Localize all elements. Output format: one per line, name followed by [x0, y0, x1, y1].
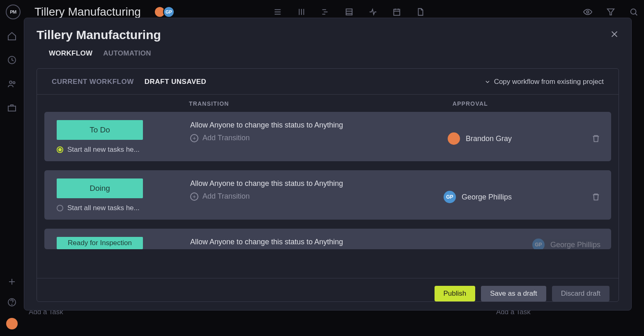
workflow-row: To Do Start all new tasks he... Allow An…: [44, 112, 611, 161]
home-icon[interactable]: [7, 31, 17, 41]
add-icon[interactable]: [7, 277, 17, 287]
svg-point-21: [9, 81, 12, 83]
add-transition-label: Add Transition: [202, 192, 250, 201]
add-transition-label: Add Transition: [202, 134, 250, 142]
workflow-panel: CURRENT WORKFLOW DRAFT UNSAVED Copy work…: [37, 68, 619, 302]
chevron-down-icon: [484, 79, 491, 85]
copy-workflow-link[interactable]: Copy workflow from existing project: [484, 78, 604, 86]
filter-icon[interactable]: [606, 7, 615, 16]
svg-rect-9: [346, 9, 352, 15]
start-task-label: Start all new tasks he...: [67, 146, 140, 154]
board-view-icon[interactable]: [297, 7, 306, 16]
svg-marker-17: [607, 9, 614, 15]
list-view-icon[interactable]: [273, 7, 282, 16]
status-pill[interactable]: Ready for Inspection: [57, 237, 143, 249]
eye-icon[interactable]: [583, 7, 592, 16]
view-toolbar: [273, 7, 425, 16]
workflow-row: Ready for Inspection Allow Anyone to cha…: [44, 229, 611, 249]
radio-selected-icon[interactable]: [57, 146, 63, 153]
svg-point-22: [13, 82, 15, 84]
start-task-label: Start all new tasks he...: [67, 204, 140, 212]
panel-tabs: CURRENT WORKFLOW DRAFT UNSAVED Copy work…: [37, 69, 619, 94]
svg-rect-23: [8, 106, 16, 111]
sheet-view-icon[interactable]: [345, 7, 354, 16]
plus-circle-icon: +: [190, 192, 198, 201]
app-logo[interactable]: PM: [6, 5, 21, 19]
transition-rule: Allow Anyone to change this status to An…: [190, 121, 343, 130]
approver-name: Brandon Gray: [466, 134, 512, 143]
status-pill[interactable]: Doing: [57, 178, 143, 198]
svg-point-16: [586, 11, 589, 13]
status-pill[interactable]: To Do: [57, 120, 143, 140]
modal-footer: Publish Save as a draft Discard draft: [37, 278, 619, 301]
start-task-option[interactable]: Start all new tasks he...: [57, 146, 190, 154]
copy-workflow-label: Copy workflow from existing project: [494, 78, 604, 86]
discard-draft-button[interactable]: Discard draft: [552, 286, 610, 301]
activity-view-icon[interactable]: [368, 7, 377, 16]
topbar-right-tools: [583, 7, 638, 16]
member-avatars[interactable]: GP: [156, 6, 175, 18]
modal-header: Tillery Manufacturing WORKFLOW AUTOMATIO…: [24, 28, 631, 58]
plus-circle-icon: +: [190, 134, 198, 142]
workflow-modal: Tillery Manufacturing WORKFLOW AUTOMATIO…: [24, 18, 632, 311]
transition-rule: Allow Anyone to change this status to An…: [190, 179, 343, 188]
add-transition-button[interactable]: + Add Transition: [190, 192, 343, 201]
file-view-icon[interactable]: [416, 7, 425, 16]
tab-automation[interactable]: AUTOMATION: [103, 49, 151, 58]
start-task-option[interactable]: Start all new tasks he...: [57, 204, 190, 212]
transition-rule: Allow Anyone to change this status to An…: [190, 238, 343, 246]
approver-name: George Phillips: [462, 193, 512, 202]
col-transition: TRANSITION: [189, 100, 229, 107]
column-headers: TRANSITION APPROVAL: [37, 95, 619, 112]
svg-line-19: [635, 14, 637, 16]
add-transition-button[interactable]: + Add Transition: [190, 134, 343, 142]
team-icon[interactable]: [7, 79, 17, 89]
tab-workflow[interactable]: WORKFLOW: [49, 49, 92, 58]
modal-tabs: WORKFLOW AUTOMATION: [37, 49, 619, 58]
modal-title: Tillery Manufacturing: [37, 28, 619, 42]
current-user-avatar[interactable]: [6, 318, 18, 329]
col-approval: APPROVAL: [453, 100, 488, 107]
search-icon[interactable]: [629, 7, 638, 16]
gantt-view-icon[interactable]: [321, 7, 330, 16]
calendar-view-icon[interactable]: [392, 7, 401, 16]
tab-draft-unsaved[interactable]: DRAFT UNSAVED: [145, 78, 207, 86]
radio-unselected-icon[interactable]: [57, 205, 63, 211]
help-icon[interactable]: [7, 297, 17, 307]
approver-avatar[interactable]: GP: [532, 239, 545, 249]
workflow-rows: To Do Start all new tasks he... Allow An…: [37, 112, 619, 278]
trash-icon[interactable]: [591, 134, 600, 143]
close-icon[interactable]: [610, 30, 619, 39]
svg-rect-12: [394, 9, 400, 16]
project-title: Tillery Manufacturing: [34, 5, 141, 19]
svg-point-18: [631, 9, 636, 14]
approver-avatar[interactable]: GP: [444, 191, 456, 203]
approver-avatar[interactable]: [448, 132, 460, 145]
publish-button[interactable]: Publish: [435, 286, 476, 301]
avatar-member-2[interactable]: GP: [163, 6, 175, 18]
recent-icon[interactable]: [7, 55, 17, 65]
approver-name: George Phillips: [550, 241, 600, 249]
svg-point-27: [12, 304, 12, 305]
trash-icon[interactable]: [591, 192, 600, 202]
briefcase-icon[interactable]: [7, 103, 17, 113]
tab-current-workflow[interactable]: CURRENT WORKFLOW: [52, 78, 134, 86]
workflow-row: Doing Start all new tasks he... Allow An…: [44, 170, 611, 220]
save-draft-button[interactable]: Save as a draft: [481, 286, 546, 301]
left-sidebar: [0, 24, 24, 336]
